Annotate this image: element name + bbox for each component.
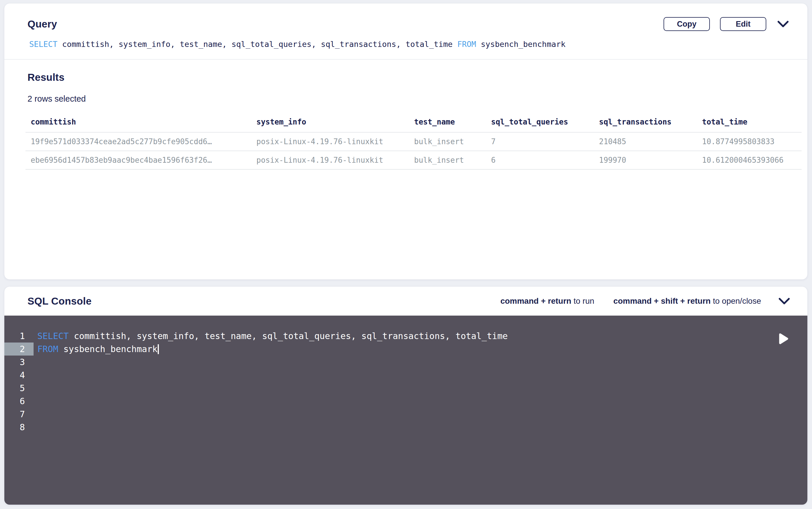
copy-button[interactable]: Copy — [664, 17, 710, 31]
column-header-total-time: total_time — [697, 114, 802, 132]
line-number: 7 — [4, 408, 34, 421]
query-title: Query — [28, 19, 57, 30]
cell-sql-transactions: 199970 — [594, 151, 697, 169]
line-number: 6 — [4, 395, 34, 408]
results-section: Results 2 rows selected committish syste… — [4, 60, 807, 170]
hint-open-close-action: to open/close — [711, 297, 761, 305]
line-number: 5 — [4, 382, 34, 395]
console-hints: command + return to run command + shift … — [481, 297, 790, 306]
cell-test-name: bulk_insert — [409, 132, 486, 151]
line-number-active: 2 — [4, 342, 34, 355]
sql-keyword-select: SELECT — [37, 331, 69, 341]
cell-system-info: posix-Linux-4.19.76-linuxkit — [251, 151, 409, 169]
column-header-test-name: test_name — [409, 114, 486, 132]
hint-run: command + return to run — [500, 297, 594, 306]
editor-line: 3 — [4, 355, 807, 369]
hint-open-close-keys: command + shift + return — [614, 297, 711, 305]
results-table: committish system_info test_name sql_tot… — [26, 114, 802, 170]
editor-code — [34, 421, 37, 434]
run-query-button[interactable] — [777, 332, 790, 346]
text-cursor — [158, 344, 159, 354]
editor-line-active: 2 FROM sysbench_benchmark — [4, 342, 807, 355]
hint-run-keys: command + return — [500, 297, 571, 305]
play-icon — [778, 333, 789, 345]
code-text: committish, system_info, test_name, sql_… — [69, 331, 508, 341]
cell-sql-total-queries: 6 — [486, 151, 594, 169]
cell-test-name: bulk_insert — [409, 151, 486, 169]
cell-sql-total-queries: 7 — [486, 132, 594, 151]
sql-console-title: SQL Console — [28, 296, 91, 307]
query-panel-header: Query Copy Edit — [4, 3, 807, 31]
editor-code: SELECT committish, system_info, test_nam… — [34, 330, 508, 342]
column-header-committish: committish — [26, 114, 251, 132]
editor-code — [34, 355, 37, 369]
hint-run-action: to run — [571, 297, 594, 305]
table-header-row: committish system_info test_name sql_tot… — [26, 114, 802, 132]
editor-line: 6 — [4, 395, 807, 408]
editor-line: 4 — [4, 369, 807, 382]
code-text: sysbench_benchmark — [58, 344, 157, 354]
sql-editor[interactable]: 1 SELECT committish, system_info, test_n… — [4, 315, 807, 505]
editor-code — [34, 382, 37, 395]
line-number: 8 — [4, 421, 34, 434]
editor-code — [34, 395, 37, 408]
column-header-sql-transactions: sql_transactions — [594, 114, 697, 132]
cell-total-time: 10.612000465393066 — [697, 151, 802, 169]
table-row: 19f9e571d033374ceae2ad5c277b9cfe905cdd6…… — [26, 132, 802, 151]
sql-keyword-select: SELECT — [29, 40, 58, 48]
cell-system-info: posix-Linux-4.19.76-linuxkit — [251, 132, 409, 151]
editor-line: 7 — [4, 408, 807, 421]
column-header-system-info: system_info — [251, 114, 409, 132]
column-header-sql-total-queries: sql_total_queries — [486, 114, 594, 132]
editor-code — [34, 369, 37, 382]
editor-line: 1 SELECT committish, system_info, test_n… — [4, 330, 807, 342]
sql-keyword-from: FROM — [457, 40, 476, 48]
sql-columns: committish, system_info, test_name, sql_… — [58, 40, 457, 48]
cell-total-time: 10.8774995803833 — [697, 132, 802, 151]
hint-open-close: command + shift + return to open/close — [614, 297, 761, 306]
console-collapse-chevron-down-icon[interactable] — [778, 297, 790, 305]
row-count: 2 rows selected — [28, 94, 807, 104]
edit-button[interactable]: Edit — [720, 17, 766, 31]
sql-keyword-from: FROM — [37, 344, 58, 354]
editor-code — [34, 408, 37, 421]
query-collapse-chevron-down-icon[interactable] — [777, 20, 789, 28]
sql-table-name: sysbench_benchmark — [476, 40, 565, 48]
sql-console-panel: SQL Console command + return to run comm… — [4, 286, 807, 505]
line-number: 1 — [4, 330, 34, 342]
cell-committish: ebe6956d1457b83eb9aac9bec4bae1596f63f26… — [26, 151, 251, 169]
line-number: 4 — [4, 369, 34, 382]
page: Query Copy Edit SELECT committish, syste… — [0, 0, 812, 509]
line-number: 3 — [4, 355, 34, 369]
query-panel: Query Copy Edit SELECT committish, syste… — [4, 3, 807, 279]
sql-console-header: SQL Console command + return to run comm… — [4, 286, 807, 315]
cell-sql-transactions: 210485 — [594, 132, 697, 151]
query-actions: Copy Edit — [654, 17, 789, 31]
editor-line: 8 — [4, 421, 807, 434]
cell-committish: 19f9e571d033374ceae2ad5c277b9cfe905cdd6… — [26, 132, 251, 151]
editor-code: FROM sysbench_benchmark — [34, 342, 159, 355]
editor-line: 5 — [4, 382, 807, 395]
table-row: ebe6956d1457b83eb9aac9bec4bae1596f63f26…… — [26, 151, 802, 169]
query-sql-text: SELECT committish, system_info, test_nam… — [29, 40, 807, 48]
results-title: Results — [28, 72, 807, 83]
